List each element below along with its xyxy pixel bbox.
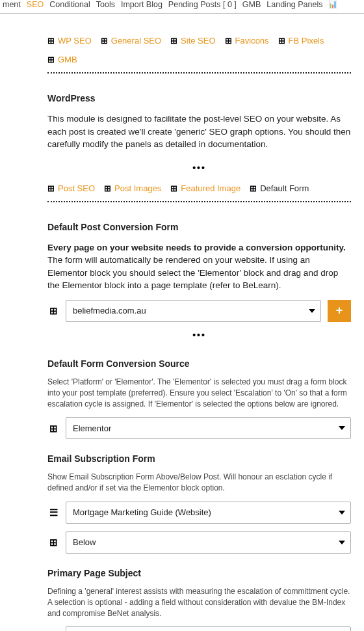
- wordpress-heading: WordPress: [47, 93, 351, 103]
- expand-icon[interactable]: ⊞: [47, 531, 59, 554]
- subnav-post-seo[interactable]: ⊞Post SEO: [47, 183, 95, 193]
- primary-subject-select[interactable]: Select Primary Interest Category: [66, 626, 351, 631]
- add-button[interactable]: +: [328, 300, 351, 322]
- top-tab-import-blog[interactable]: Import Blog: [121, 0, 162, 9]
- domain-select[interactable]: beliefmedia.com.au: [66, 300, 321, 322]
- subnav-featured-image[interactable]: ⊞Featured Image: [170, 183, 240, 193]
- primary-subject-row: ⊞ Select Primary Interest Category: [47, 626, 351, 631]
- domain-row: ⊞ beliefmedia.com.au +: [47, 300, 351, 322]
- chart-icon[interactable]: 📊: [328, 0, 337, 9]
- wordpress-section: WordPress This module is designed to fac…: [47, 74, 351, 151]
- expand-icon[interactable]: ⊞: [47, 300, 59, 322]
- top-tab-conditional[interactable]: Conditional: [49, 0, 90, 9]
- subnav-site-seo[interactable]: ⊞Site SEO: [170, 36, 215, 46]
- email-sub-select[interactable]: Mortgage Marketing Guide (Website): [66, 502, 351, 524]
- conversion-source-heading: Default Form Conversion Source: [47, 358, 351, 369]
- top-tab-seo[interactable]: SEO: [27, 0, 44, 9]
- plus-icon: ⊞: [225, 36, 232, 46]
- seo-subnav: ⊞WP SEO ⊞General SEO ⊞Site SEO ⊞Favicons…: [47, 25, 351, 74]
- expand-icon[interactable]: ⊞: [47, 626, 59, 631]
- conversion-source-desc: Select 'Platform' or 'Elementor'. The 'E…: [47, 377, 351, 409]
- plus-icon: ⊞: [278, 36, 285, 46]
- plus-icon: ⊞: [170, 183, 177, 193]
- subnav-wp-seo[interactable]: ⊞WP SEO: [47, 36, 92, 46]
- subnav-general-seo[interactable]: ⊞General SEO: [101, 36, 161, 46]
- top-tab-ment[interactable]: ment: [3, 0, 21, 9]
- divider-dots-icon: •••: [47, 155, 351, 177]
- subnav-fb-pixels[interactable]: ⊞FB Pixels: [278, 36, 324, 46]
- plus-icon: ⊞: [47, 183, 55, 193]
- plus-icon: ⊞: [104, 183, 111, 193]
- primary-subject-heading: Primary Page Subject: [47, 568, 351, 578]
- conversion-form-lead: Every page on your website needs to prov…: [47, 243, 346, 252]
- content-area: ⊞WP SEO ⊞General SEO ⊞Site SEO ⊞Favicons…: [0, 14, 364, 631]
- email-sub-row2: ⊞ Below: [47, 531, 351, 554]
- hamburger-icon[interactable]: ☰: [47, 502, 59, 524]
- subnav-post-images[interactable]: ⊞Post Images: [104, 183, 161, 193]
- conversion-form-rest: The form will automatically be rendered …: [47, 255, 338, 290]
- conversion-form-heading: Default Post Conversion Form: [47, 222, 351, 232]
- plus-icon: ⊞: [47, 55, 55, 64]
- conversion-source-select[interactable]: Elementor: [66, 417, 351, 439]
- plus-icon: ⊞: [170, 36, 177, 46]
- top-tab-tools[interactable]: Tools: [96, 0, 115, 9]
- email-sub-heading: Email Subscription Form: [47, 453, 351, 464]
- conversion-form-section: Default Post Conversion Form Every page …: [47, 202, 351, 322]
- email-sub-desc: Show Email Subscription Form Above/Below…: [47, 472, 351, 494]
- subnav-default-form[interactable]: ⊞Default Form: [250, 183, 309, 193]
- expand-icon[interactable]: ⊞: [47, 417, 59, 439]
- primary-subject-desc: Defining a 'general' interest assists wi…: [47, 586, 351, 619]
- subnav-gmb[interactable]: ⊞GMB: [47, 55, 77, 64]
- plus-icon: ⊞: [47, 36, 55, 46]
- plus-icon: ⊞: [101, 36, 108, 46]
- email-sub-row1: ☰ Mortgage Marketing Guide (Website): [47, 502, 351, 524]
- conversion-form-desc: Every page on your website needs to prov…: [47, 241, 351, 292]
- top-tabs: ment SEO Conditional Tools Import Blog P…: [0, 0, 364, 14]
- top-tab-gmb[interactable]: GMB: [242, 0, 261, 9]
- divider-dots-icon: •••: [47, 322, 351, 344]
- plus-icon: ⊞: [250, 183, 257, 193]
- top-tab-pending-posts[interactable]: Pending Posts [ 0 ]: [168, 0, 237, 9]
- conversion-source-row: ⊞ Elementor: [47, 417, 351, 439]
- email-position-select[interactable]: Below: [66, 531, 351, 554]
- top-tab-landing-panels[interactable]: Landing Panels: [266, 0, 322, 9]
- post-subnav: ⊞Post SEO ⊞Post Images ⊞Featured Image ⊞…: [47, 177, 351, 202]
- wordpress-desc: This module is designed to facilitate th…: [47, 113, 351, 151]
- subnav-favicons[interactable]: ⊞Favicons: [225, 36, 269, 46]
